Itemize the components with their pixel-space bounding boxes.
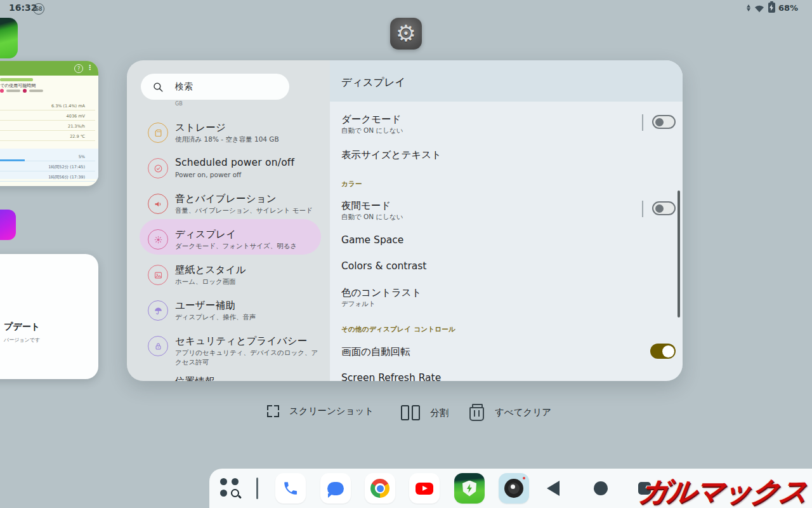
battery-stat-row: 4036 mV [0, 113, 95, 121]
nav-back-button[interactable] [547, 481, 560, 496]
settings-sidebar: 検索 GB ストレージ 使用済み 18% - 空き容量 104 GB Sched… [127, 60, 330, 381]
screenshot-button[interactable]: スクリーンショット [267, 405, 374, 417]
display-settings-panel: ディスプレイ ダークモード 自動で ON にしない 表示サイズとテキスト カラー… [330, 60, 683, 381]
scrollbar[interactable] [678, 190, 680, 318]
display-icon [148, 229, 168, 250]
battery-charging-icon [768, 3, 775, 13]
row-divider [642, 114, 643, 131]
legend-dot-icon [0, 89, 4, 93]
panel-title: ディスプレイ [341, 76, 405, 90]
screenshot-icon [267, 405, 279, 417]
schedule-power-icon [148, 158, 168, 178]
link-text-fragment [0, 78, 33, 81]
row-divider [642, 201, 643, 217]
nav-home-button[interactable] [594, 481, 608, 495]
accessibility-icon [148, 300, 168, 321]
clear-all-button[interactable]: すべてクリア [468, 404, 551, 420]
search-placeholder: 検索 [175, 81, 193, 93]
chrome-app-icon[interactable] [365, 473, 395, 504]
battery-time-row: 1時間56分 (17:39) [0, 174, 95, 182]
settings-window[interactable]: 検索 GB ストレージ 使用済み 18% - 空き容量 104 GB Sched… [127, 60, 683, 381]
security-icon [148, 336, 168, 356]
search-input[interactable]: 検索 [141, 74, 289, 100]
battery-app-card[interactable]: ? ⋮ での使用可能時間 6.3% (1.4%) mA 4036 mV 21.3… [0, 61, 98, 186]
battery-stat-row: 21.3%/h [0, 123, 95, 131]
legend-dot-icon [23, 89, 27, 93]
settings-app-icon[interactable]: ⚙ [390, 18, 422, 50]
clipped-list-text: GB [175, 101, 183, 107]
youtube-app-icon[interactable] [409, 473, 440, 504]
overview-action-bar: スクリーンショット 分割 すべてクリア [0, 399, 812, 429]
data-transfer-icon [747, 4, 750, 11]
legend [0, 89, 43, 93]
app-drawer-button[interactable] [219, 476, 243, 500]
usage-time-label: での使用可能時間 [0, 83, 36, 89]
gear-icon: ⚙ [396, 22, 416, 45]
overflow-menu-icon[interactable]: ⋮ [86, 64, 93, 72]
battery-app-icon-partial [0, 18, 18, 58]
auto-rotate-toggle[interactable] [650, 344, 676, 359]
progress-bar [0, 159, 25, 161]
wallpaper-icon [148, 265, 168, 285]
update-app-card[interactable]: プデート バージョンです [0, 254, 98, 379]
dark-mode-toggle[interactable] [652, 115, 676, 129]
update-app-icon-partial [0, 210, 16, 240]
update-subtitle-fragment: バージョンです [4, 337, 40, 344]
split-screen-button[interactable]: 分割 [401, 405, 449, 420]
messages-app-icon[interactable] [320, 473, 351, 504]
section-other-display: その他のディスプレイ コントロール [341, 325, 455, 334]
split-icon [401, 405, 420, 420]
phone-app-icon[interactable] [275, 473, 306, 504]
section-color: カラー [341, 180, 362, 189]
help-icon[interactable]: ? [74, 64, 83, 73]
watermark-logo: ガルマックス [637, 472, 810, 508]
dock-divider [256, 478, 258, 499]
record-dot-icon [523, 477, 525, 479]
battery-time-row: 1時間52分 (17:45) [0, 164, 95, 171]
notification-badge-icon: 68 [33, 3, 44, 15]
storage-icon [148, 123, 168, 143]
night-mode-toggle[interactable] [652, 201, 676, 215]
battery-stat-row: 6.3% (1.4%) mA [0, 103, 95, 110]
status-bar: 16:32 68 68% [0, 0, 812, 17]
trash-icon [468, 404, 485, 420]
battery-card-header: ? ⋮ [0, 61, 98, 76]
battery-stat-row: 22.9 ℃ [0, 133, 95, 141]
battery-app-icon[interactable] [454, 473, 485, 504]
battery-percent: 68% [778, 3, 798, 13]
update-title-fragment: プデート [4, 321, 40, 333]
sound-icon [148, 194, 168, 214]
wifi-icon [754, 3, 765, 13]
panel-header: ディスプレイ [330, 60, 683, 102]
search-icon [152, 81, 164, 93]
camera-app-icon[interactable] [499, 473, 529, 504]
